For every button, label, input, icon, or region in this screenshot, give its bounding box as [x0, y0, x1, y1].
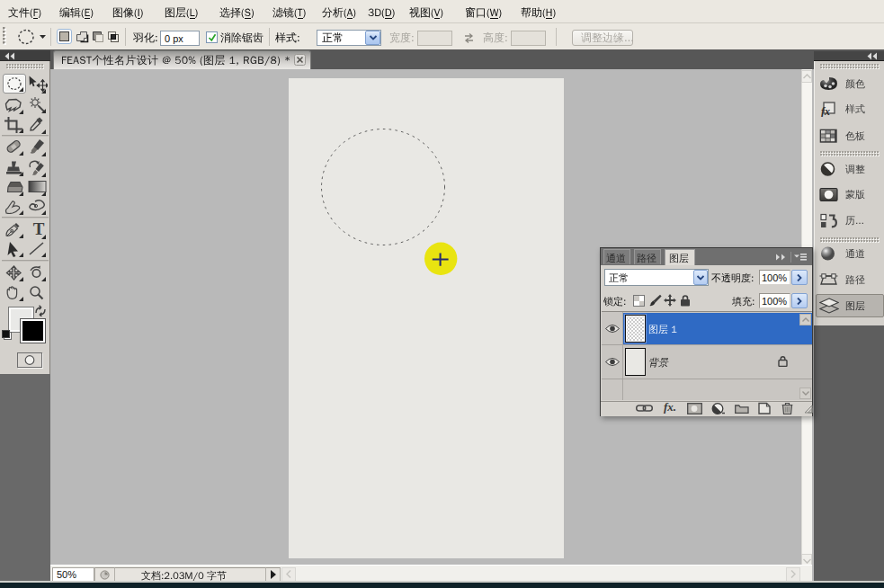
svg-text:fx: fx: [821, 105, 830, 117]
